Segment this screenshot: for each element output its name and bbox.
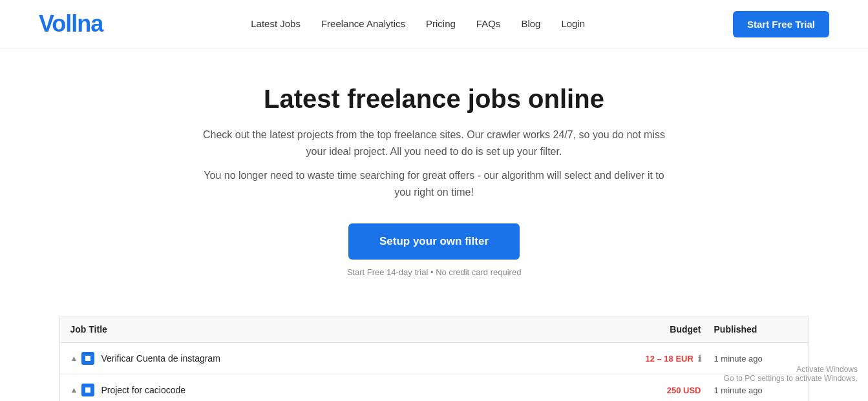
- job-published: 1 minute ago: [708, 386, 798, 395]
- trial-note: Start Free 14-day trial • No credit card…: [195, 267, 673, 277]
- col-header-published: Published: [708, 324, 798, 334]
- job-budget: 250 USD: [617, 386, 708, 395]
- hero-section: Latest freelance jobs online Check out t…: [182, 48, 686, 298]
- job-budget: 12 – 18 EUR ℹ: [617, 354, 708, 364]
- hero-description-1: Check out the latest projects from the t…: [195, 127, 673, 159]
- nav-freelance-analytics[interactable]: Freelance Analytics: [321, 18, 405, 29]
- nav-latest-jobs[interactable]: Latest Jobs: [251, 18, 301, 29]
- nav-blog[interactable]: Blog: [521, 18, 540, 29]
- nav-pricing[interactable]: Pricing: [426, 18, 456, 29]
- nav-faqs[interactable]: FAQs: [476, 18, 501, 29]
- col-header-budget: Budget: [617, 324, 708, 334]
- table-header: Job Title Budget Published: [60, 316, 809, 343]
- job-published: 1 minute ago: [708, 354, 798, 364]
- table-row: ▲ Verificar Cuenta de instagram 12 – 18 …: [60, 343, 809, 375]
- nav-links: Latest Jobs Freelance Analytics Pricing …: [251, 18, 585, 30]
- nav-login[interactable]: Login: [561, 18, 585, 29]
- setup-filter-button[interactable]: Setup your own filter: [348, 223, 520, 260]
- job-title[interactable]: Verificar Cuenta de instagram: [101, 353, 617, 364]
- source-icon: [81, 384, 94, 396]
- table-row: ▲ Project for caciocode 250 USD 1 minute…: [60, 375, 809, 401]
- start-free-trial-button[interactable]: Start Free Trial: [733, 11, 829, 37]
- info-icon: ℹ: [698, 354, 701, 364]
- navbar: Vollna Latest Jobs Freelance Analytics P…: [0, 0, 868, 48]
- col-header-title: Job Title: [70, 324, 617, 334]
- logo: Vollna: [39, 10, 103, 37]
- expand-icon[interactable]: ▲: [70, 386, 78, 395]
- source-icon: [81, 352, 94, 365]
- jobs-table: Job Title Budget Published ▲ Verificar C…: [59, 316, 809, 401]
- expand-icon[interactable]: ▲: [70, 354, 78, 363]
- job-title[interactable]: Project for caciocode: [101, 385, 617, 395]
- hero-description-2: You no longer need to waste time searchi…: [195, 167, 673, 200]
- hero-title: Latest freelance jobs online: [195, 85, 673, 114]
